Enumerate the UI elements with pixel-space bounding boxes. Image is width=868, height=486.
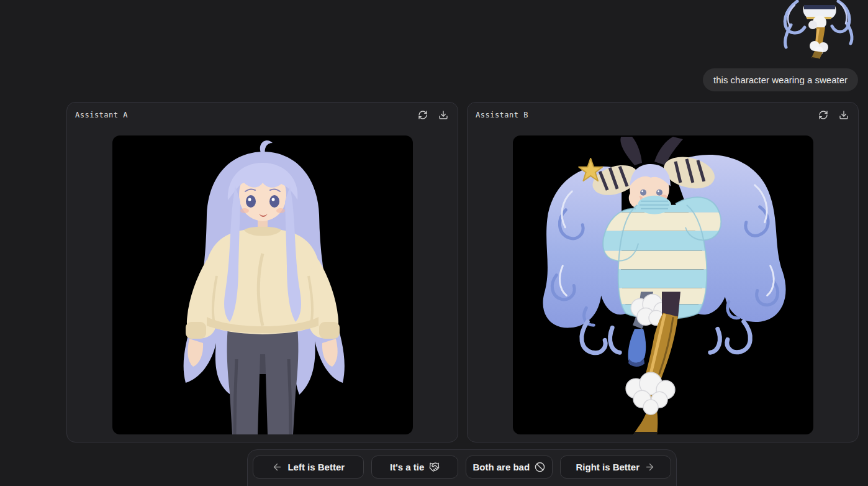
prompt-attachment-image bbox=[774, 0, 861, 59]
assistant-a-body bbox=[67, 127, 458, 442]
download-button[interactable] bbox=[438, 110, 448, 120]
vote-both-bad-button[interactable]: Both are bad bbox=[466, 456, 553, 479]
refresh-button[interactable] bbox=[418, 110, 428, 120]
vote-tie-label: It's a tie bbox=[390, 462, 424, 472]
download-icon bbox=[438, 110, 448, 120]
comparison-panels: Assistant A bbox=[66, 102, 859, 442]
refresh-icon bbox=[418, 110, 428, 120]
download-button[interactable] bbox=[839, 110, 849, 120]
panel-actions bbox=[418, 110, 448, 120]
arrow-right-icon bbox=[644, 462, 655, 472]
character-illustration-a bbox=[112, 135, 413, 434]
assistant-a-panel: Assistant A bbox=[66, 102, 458, 442]
user-prompt-text: this character wearing a sweater bbox=[713, 75, 848, 85]
refresh-icon bbox=[818, 110, 828, 120]
ban-icon bbox=[535, 462, 545, 472]
refresh-button[interactable] bbox=[818, 110, 828, 120]
vote-both-bad-label: Both are bad bbox=[472, 462, 530, 472]
assistant-b-image bbox=[513, 135, 813, 434]
panel-title: Assistant A bbox=[75, 111, 128, 119]
panel-actions bbox=[818, 110, 849, 120]
assistant-a-header: Assistant A bbox=[67, 103, 458, 127]
assistant-b-header: Assistant B bbox=[468, 103, 858, 127]
character-illustration-b bbox=[513, 135, 813, 434]
vote-left-better-button[interactable]: Left is Better bbox=[253, 456, 364, 479]
vote-left-better-label: Left is Better bbox=[287, 462, 345, 472]
attachment-character-art bbox=[774, 0, 861, 59]
vote-bar: Left is Better It's a tie Both are bad R… bbox=[247, 449, 677, 486]
assistant-b-panel: Assistant B bbox=[467, 102, 859, 442]
handshake-icon bbox=[429, 462, 440, 472]
panel-title: Assistant B bbox=[476, 111, 528, 119]
download-icon bbox=[839, 110, 849, 120]
assistant-a-image bbox=[112, 135, 413, 434]
arena-page: { "colors": { "page_bg": "#1c1c1e", "pan… bbox=[0, 0, 868, 486]
assistant-b-body bbox=[468, 127, 858, 442]
vote-tie-button[interactable]: It's a tie bbox=[371, 456, 458, 479]
arrow-left-icon bbox=[272, 462, 283, 472]
vote-right-better-button[interactable]: Right is Better bbox=[560, 456, 671, 479]
user-prompt-bubble: this character wearing a sweater bbox=[703, 68, 858, 91]
vote-right-better-label: Right is Better bbox=[576, 462, 640, 472]
